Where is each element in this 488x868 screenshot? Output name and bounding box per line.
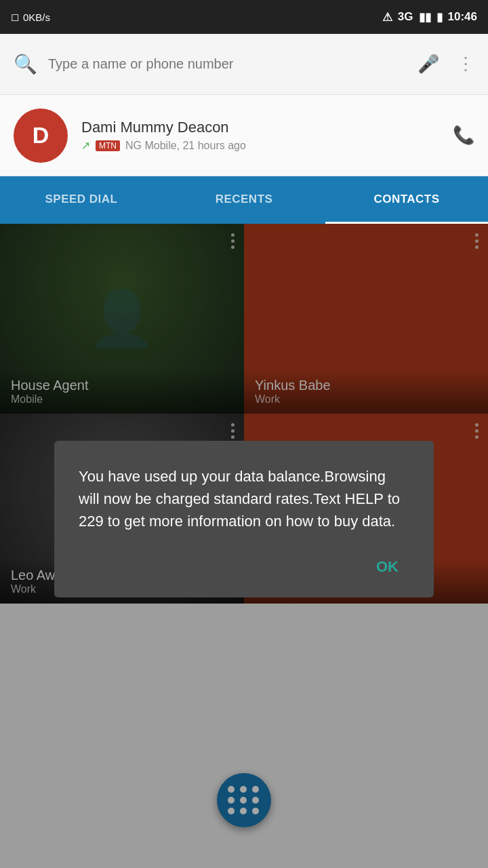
recent-call-item[interactable]: D Dami Mummy Deacon ↗ MTN NG Mobile, 21 … — [0, 95, 488, 176]
notification-icon: ◻ — [11, 11, 19, 23]
status-left: ◻ 0KB/s — [11, 11, 50, 23]
content-area: 👤 House Agent Mobile Yinkus Babe Work — [0, 224, 488, 868]
avatar: D — [14, 108, 68, 163]
dialog-ok-button[interactable]: OK — [365, 553, 409, 581]
tabs-bar: SPEED DIAL RECENTS CONTACTS — [0, 176, 488, 224]
call-direction-icon: ↗ — [81, 139, 90, 152]
carrier-badge: MTN — [96, 140, 120, 151]
search-bar: 🔍 🎤 ⋮ — [0, 34, 488, 95]
network-indicator: 3G — [398, 10, 413, 24]
call-info: Dami Mummy Deacon ↗ MTN NG Mobile, 21 ho… — [81, 119, 439, 152]
tab-recents[interactable]: RECENTS — [163, 176, 325, 224]
data-speed: 0KB/s — [23, 12, 50, 23]
signal-bars: ▮▮ — [419, 10, 431, 24]
call-button[interactable]: 📞 — [453, 125, 474, 146]
do-not-disturb-icon: ⚠ — [382, 10, 392, 24]
tab-contacts[interactable]: CONTACTS — [325, 176, 488, 224]
tab-speed-dial[interactable]: SPEED DIAL — [0, 176, 163, 224]
dialog-message: You have used up your data balance.Brows… — [79, 465, 409, 532]
more-options-icon[interactable]: ⋮ — [457, 54, 474, 75]
status-right: ⚠ 3G ▮▮ ▮ 10:46 — [382, 10, 477, 24]
call-detail: NG Mobile, 21 hours ago — [125, 140, 246, 152]
search-input[interactable] — [48, 56, 407, 72]
call-meta: ↗ MTN NG Mobile, 21 hours ago — [81, 139, 439, 152]
battery-icon: ▮ — [436, 10, 443, 24]
contact-name: Dami Mummy Deacon — [81, 119, 439, 136]
dialog-actions: OK — [79, 553, 409, 581]
dialog-overlay: You have used up your data balance.Brows… — [0, 224, 488, 868]
search-icon: 🔍 — [14, 53, 37, 75]
clock: 10:46 — [448, 10, 477, 24]
data-alert-dialog: You have used up your data balance.Brows… — [54, 441, 434, 597]
mic-icon[interactable]: 🎤 — [418, 54, 439, 75]
status-bar: ◻ 0KB/s ⚠ 3G ▮▮ ▮ 10:46 — [0, 0, 488, 34]
